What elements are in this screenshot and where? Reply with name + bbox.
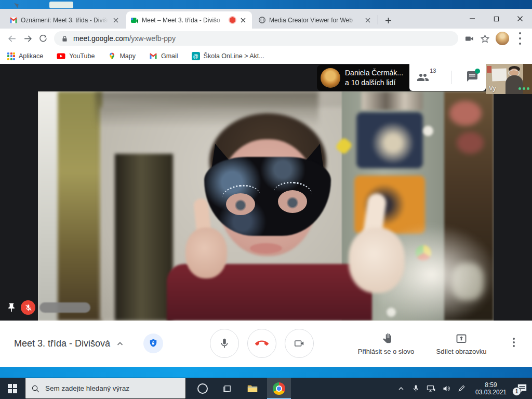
chrome-icon bbox=[273, 382, 285, 395]
close-window-button[interactable] bbox=[508, 9, 532, 29]
cortana-button[interactable] bbox=[191, 378, 214, 399]
tab-meet-active[interactable]: Meet – Meet 3. třída - Divišo bbox=[126, 11, 252, 29]
tray-microphone-icon[interactable] bbox=[412, 384, 420, 392]
window-light bbox=[38, 91, 60, 321]
bookmark-aplikace[interactable]: Aplikace bbox=[7, 52, 43, 60]
microphone-icon bbox=[219, 338, 230, 349]
recording-indicator-dot bbox=[229, 16, 236, 24]
tab-media-creator[interactable]: Media Creator Viewer for Web bbox=[254, 11, 377, 29]
raise-hand-button[interactable]: Přihlásit se o slovo bbox=[344, 321, 428, 367]
meet-favicon bbox=[130, 16, 139, 24]
tab-title: Oznámení: Meet 3. třída - Divišov bbox=[21, 17, 108, 24]
youtube-icon bbox=[57, 52, 65, 60]
muted-microphone-badge bbox=[21, 300, 35, 315]
maximize-icon bbox=[494, 16, 499, 22]
start-button[interactable] bbox=[0, 378, 25, 399]
reload-button[interactable] bbox=[35, 31, 51, 46]
raise-hand-label: Přihlásit se o slovo bbox=[358, 348, 414, 355]
bookmark-star-button[interactable] bbox=[477, 31, 493, 46]
taskbar-search[interactable] bbox=[25, 378, 186, 399]
self-view-thumbnail[interactable]: Vy bbox=[486, 64, 532, 94]
file-explorer-button[interactable] bbox=[241, 378, 264, 399]
forward-button[interactable] bbox=[20, 31, 35, 46]
present-screen-button[interactable]: Sdílet obrazovku bbox=[422, 321, 501, 367]
call-end-icon bbox=[255, 337, 269, 350]
participant-overlay[interactable]: Daniela Čermák... a 10 dalších lidí bbox=[317, 65, 409, 91]
close-icon bbox=[113, 18, 118, 23]
new-tab-button[interactable] bbox=[381, 14, 395, 27]
bookmark-mapy[interactable]: Mapy bbox=[108, 52, 136, 60]
window-controls bbox=[460, 9, 532, 29]
plus-icon bbox=[385, 17, 392, 24]
tab-close-button[interactable] bbox=[238, 16, 248, 25]
maximize-button[interactable] bbox=[484, 9, 508, 29]
video-status-overlay bbox=[6, 300, 90, 315]
chat-button[interactable] bbox=[466, 70, 478, 85]
chrome-taskbar-button[interactable] bbox=[267, 378, 291, 399]
close-icon bbox=[241, 18, 246, 23]
meet-stage: Daniela Čermák... a 10 dalších lidí 13 bbox=[0, 64, 532, 321]
meeting-name: Meet 3. třída - Divišová bbox=[14, 338, 110, 349]
clock-date: 03.03.2021 bbox=[472, 389, 510, 396]
desktop-wallpaper-bottom bbox=[0, 367, 532, 378]
meeting-safety-button[interactable] bbox=[143, 334, 163, 353]
desktop-item bbox=[49, 2, 73, 8]
screen: Oznámení: Meet 3. třída - Divišov Meet –… bbox=[0, 0, 532, 399]
meeting-name-button[interactable]: Meet 3. třída - Divišová bbox=[14, 321, 125, 367]
address-bar[interactable]: meet.google.com/yxw-wefb-ppy bbox=[54, 31, 458, 46]
task-view-icon bbox=[223, 384, 232, 393]
meet-control-bar: Meet 3. třída - Divišová bbox=[0, 321, 532, 367]
profile-avatar[interactable] bbox=[496, 32, 509, 45]
tab-close-button[interactable] bbox=[111, 16, 121, 25]
minimize-button[interactable] bbox=[460, 9, 484, 29]
tab-close-button[interactable] bbox=[363, 16, 373, 25]
hang-up-button[interactable] bbox=[247, 329, 276, 358]
volume-icon[interactable] bbox=[442, 384, 451, 393]
child-smile bbox=[250, 243, 282, 254]
notification-badge: 1 bbox=[512, 387, 521, 396]
taskbar-clock[interactable]: 8:59 03.03.2021 bbox=[472, 381, 510, 396]
panel-divider bbox=[451, 71, 451, 84]
camera-button[interactable] bbox=[285, 329, 314, 358]
people-button[interactable]: 13 bbox=[417, 71, 436, 84]
participant-others: a 10 dalších lidí bbox=[345, 78, 403, 88]
tab-title: Media Creator Viewer for Web bbox=[269, 17, 360, 24]
participant-name-redacted bbox=[39, 302, 90, 313]
people-count: 13 bbox=[430, 68, 436, 74]
pen-workspace-icon[interactable] bbox=[458, 384, 466, 392]
browser-menu-button[interactable] bbox=[512, 31, 528, 46]
tab-gmail-oznameni[interactable]: Oznámení: Meet 3. třída - Divišov bbox=[5, 11, 125, 29]
gmail-favicon bbox=[9, 16, 18, 24]
desktop-wallpaper-top bbox=[0, 0, 532, 9]
shield-lock-icon bbox=[148, 338, 158, 349]
present-screen-label: Sdílet obrazovku bbox=[436, 348, 487, 355]
tab-divider bbox=[378, 15, 378, 24]
video-camera-icon bbox=[464, 34, 474, 44]
tray-chevron-up-icon[interactable] bbox=[397, 384, 405, 393]
windows-taskbar: 8:59 03.03.2021 1 bbox=[0, 378, 532, 399]
url-path: /yxw-wefb-ppy bbox=[129, 34, 175, 43]
photo-navy bbox=[356, 112, 423, 168]
pin-icon[interactable] bbox=[6, 302, 17, 313]
minimize-icon bbox=[469, 16, 475, 22]
media-camera-indicator[interactable] bbox=[461, 31, 477, 46]
bookmark-skola-online[interactable]: @ Škola OnLine > Akt... bbox=[192, 52, 264, 60]
lock-icon bbox=[61, 35, 68, 43]
bookmark-youtube[interactable]: YouTube bbox=[57, 52, 95, 60]
raise-hand-icon bbox=[380, 332, 392, 345]
camera-icon bbox=[294, 338, 305, 349]
back-button[interactable] bbox=[4, 31, 20, 46]
meet-more-options-button[interactable] bbox=[513, 336, 515, 349]
bookmark-gmail[interactable]: Gmail bbox=[149, 52, 178, 60]
star-icon bbox=[480, 34, 490, 44]
microphone-button[interactable] bbox=[210, 329, 239, 358]
self-person-body bbox=[506, 75, 523, 94]
windows-logo-icon bbox=[8, 384, 17, 393]
globe-favicon bbox=[258, 16, 266, 24]
taskbar-search-input[interactable] bbox=[25, 378, 185, 398]
network-display-icon[interactable] bbox=[427, 384, 435, 392]
action-center-button[interactable]: 1 bbox=[516, 383, 529, 394]
clock-time: 8:59 bbox=[472, 381, 510, 389]
gmail-icon bbox=[149, 52, 157, 60]
task-view-button[interactable] bbox=[216, 378, 239, 399]
